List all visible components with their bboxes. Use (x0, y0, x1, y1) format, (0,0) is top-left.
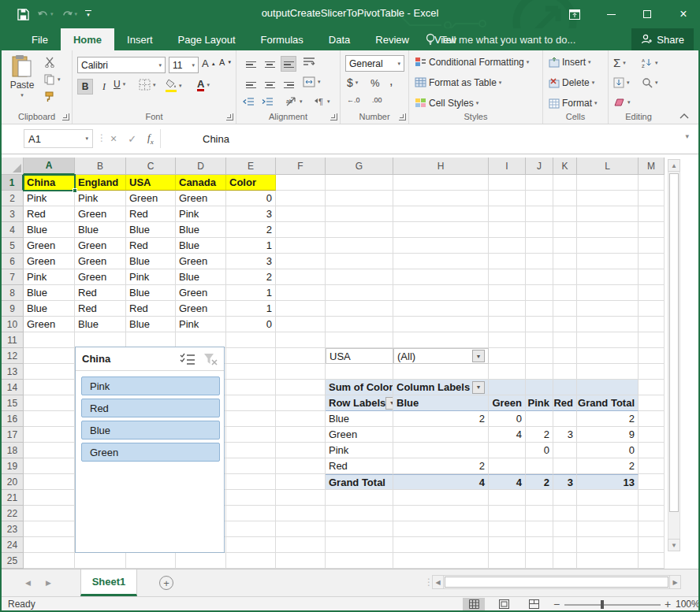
cell-G2[interactable] (326, 191, 393, 206)
cell-A17[interactable] (24, 427, 75, 443)
cell-C8[interactable]: Blue (126, 285, 176, 301)
cell-H14[interactable]: Column Labels▼ (393, 380, 489, 395)
cell-J1[interactable] (526, 175, 553, 191)
cell-K16[interactable] (553, 411, 577, 427)
number-dialog-launcher[interactable] (399, 113, 406, 121)
cell-B4[interactable]: Blue (75, 222, 126, 238)
cell-A11[interactable] (24, 332, 75, 348)
cell-K14[interactable] (553, 380, 577, 395)
confirm-entry-icon[interactable]: ✓ (128, 133, 136, 145)
clear-filter-icon[interactable] (203, 353, 218, 365)
cell-H5[interactable] (393, 238, 489, 254)
cell-A15[interactable] (24, 395, 75, 411)
cell-F22[interactable] (276, 506, 326, 521)
cell-G16[interactable]: Blue (326, 411, 393, 427)
column-header-M[interactable]: M (639, 158, 665, 175)
cell-F15[interactable] (276, 395, 326, 411)
paste-button[interactable]: Paste ▾ (4, 54, 40, 114)
cell-A22[interactable] (24, 506, 75, 521)
cell-D25[interactable] (176, 553, 226, 569)
fill-color-dropdown-icon[interactable]: ▾ (179, 83, 182, 89)
cell-K11[interactable] (553, 332, 577, 348)
column-header-F[interactable]: F (276, 158, 326, 175)
cell-B25[interactable] (75, 553, 126, 569)
cell-L8[interactable] (577, 285, 639, 301)
cell-M12[interactable] (639, 348, 665, 364)
share-button[interactable]: Share (631, 28, 694, 50)
cell-H11[interactable] (393, 332, 489, 348)
cell-I8[interactable] (489, 285, 526, 301)
font-name-dropdown-icon[interactable]: ▾ (158, 62, 162, 69)
cell-B3[interactable]: Green (75, 206, 126, 222)
row-header-8[interactable]: 8 (2, 285, 24, 301)
column-header-H[interactable]: H (393, 158, 489, 175)
cell-I25[interactable] (489, 553, 526, 569)
fill-dropdown-icon[interactable]: ▾ (627, 80, 630, 86)
align-left-button[interactable] (243, 76, 259, 92)
cell-D4[interactable]: Blue (176, 222, 226, 238)
cell-C25[interactable] (126, 553, 176, 569)
cell-F16[interactable] (276, 411, 326, 427)
decrease-indent-button[interactable] (243, 97, 255, 106)
cell-I23[interactable] (489, 521, 526, 537)
cell-M2[interactable] (639, 191, 665, 206)
cell-C7[interactable]: Pink (126, 269, 176, 285)
cell-G1[interactable] (326, 175, 393, 191)
clipboard-dialog-launcher[interactable] (62, 113, 69, 121)
horizontal-scroll-thumb[interactable] (445, 577, 668, 588)
cell-H3[interactable] (393, 206, 489, 222)
cell-A6[interactable]: Green (24, 254, 75, 269)
cell-M4[interactable] (639, 222, 665, 238)
cell-K2[interactable] (553, 191, 577, 206)
zoom-out-icon[interactable]: − (553, 598, 560, 610)
cell-G6[interactable] (326, 254, 393, 269)
cell-I4[interactable] (489, 222, 526, 238)
cell-L9[interactable] (577, 301, 639, 317)
align-right-button[interactable] (281, 76, 296, 92)
page-break-view-button[interactable] (523, 598, 545, 610)
cell-K12[interactable] (553, 348, 577, 364)
tab-page-layout[interactable]: Page Layout (166, 28, 248, 50)
paste-dropdown-icon[interactable]: ▾ (20, 92, 24, 98)
format-painter-button[interactable] (44, 91, 55, 102)
cell-A8[interactable]: Blue (24, 285, 75, 301)
column-header-B[interactable]: B (75, 158, 126, 175)
cell-J15[interactable]: Pink (526, 395, 553, 411)
cell-E25[interactable] (226, 553, 276, 569)
cell-F25[interactable] (276, 553, 326, 569)
row-header-22[interactable]: 22 (2, 506, 24, 521)
slicer-item-green[interactable]: Green (81, 443, 220, 462)
cell-A3[interactable]: Red (24, 206, 75, 222)
cell-H18[interactable] (393, 443, 489, 458)
tab-data[interactable]: Data (316, 28, 363, 50)
cell-L11[interactable] (577, 332, 639, 348)
cell-L24[interactable] (577, 537, 639, 553)
cell-A16[interactable] (24, 411, 75, 427)
cell-K21[interactable] (553, 490, 577, 506)
cell-I19[interactable] (489, 458, 526, 474)
cell-F9[interactable] (276, 301, 326, 317)
row-header-21[interactable]: 21 (2, 490, 24, 506)
insert-cells-button[interactable]: Insert▾ (549, 57, 591, 68)
cell-H24[interactable] (393, 537, 489, 553)
cell-G19[interactable]: Red (326, 458, 393, 474)
scroll-left-icon[interactable]: ◀ (432, 575, 444, 589)
cell-G25[interactable] (326, 553, 393, 569)
cell-J3[interactable] (526, 206, 553, 222)
slicer-item-blue[interactable]: Blue (81, 421, 220, 440)
cell-M24[interactable] (639, 537, 665, 553)
clear-button[interactable]: ▾ (613, 98, 631, 107)
row-labels-dropdown-icon[interactable]: ▼ (385, 397, 393, 410)
conditional-formatting-button[interactable]: Conditional Formatting▾ (415, 57, 529, 68)
cell-K20[interactable]: 3 (553, 474, 577, 490)
cell-M18[interactable] (639, 443, 665, 458)
cell-H21[interactable] (393, 490, 489, 506)
cell-E24[interactable] (226, 537, 276, 553)
cell-I16[interactable]: 0 (489, 411, 526, 427)
cell-I13[interactable] (489, 364, 526, 380)
collapse-ribbon-icon[interactable] (680, 113, 689, 119)
cell-D6[interactable]: Green (176, 254, 226, 269)
cell-B10[interactable]: Blue (75, 317, 126, 332)
cell-H13[interactable] (393, 364, 489, 380)
cell-styles-button[interactable]: Cell Styles▾ (415, 98, 478, 109)
